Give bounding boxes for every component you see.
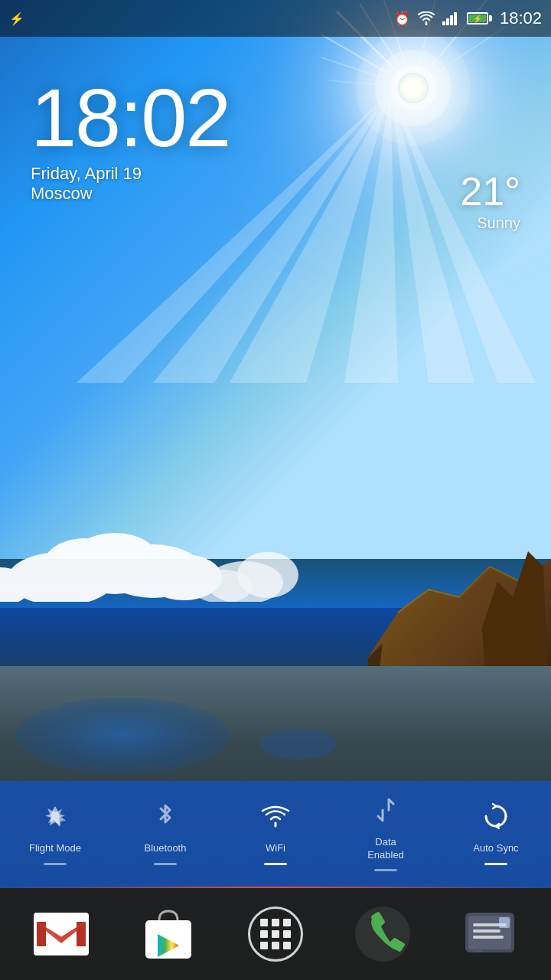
wifi-qs-label: WiFi xyxy=(266,842,285,855)
battery-icon: ⚡ xyxy=(467,12,492,24)
dot-2 xyxy=(272,919,279,926)
alarm-icon: ⏰ xyxy=(394,11,410,27)
weather-widget: 21° Sunny xyxy=(460,168,520,232)
weather-condition: Sunny xyxy=(460,214,520,232)
clock-city: Moscow xyxy=(31,184,230,204)
svg-rect-27 xyxy=(442,21,445,25)
signal-icon xyxy=(442,11,459,25)
dot-3 xyxy=(283,919,291,926)
clock-widget: 18:02 Friday, April 19 Moscow xyxy=(31,77,230,204)
quick-settings-bluetooth[interactable]: Bluetooth xyxy=(110,796,220,865)
wifi-icon xyxy=(418,11,435,25)
svg-rect-29 xyxy=(450,15,453,25)
dot-8 xyxy=(272,942,279,949)
status-bar: ⚡ ⏰ ⚡ 18:02 xyxy=(0,0,551,37)
phone-app-icon[interactable] xyxy=(348,900,417,969)
status-time: 18:02 xyxy=(500,8,542,28)
clock-time: 18:02 xyxy=(31,77,230,159)
quick-settings-wifi[interactable]: WiFi xyxy=(220,796,331,865)
wifi-qs-icon xyxy=(256,796,295,836)
weather-temperature: 21° xyxy=(460,168,520,214)
dot-6 xyxy=(283,930,291,938)
flight-mode-label: Flight Mode xyxy=(29,842,81,855)
quick-settings-data[interactable]: Data Enabled xyxy=(331,790,441,872)
gmail-app-icon[interactable] xyxy=(27,900,96,969)
svg-rect-28 xyxy=(446,18,449,25)
bluetooth-label: Bluetooth xyxy=(145,842,187,855)
svg-rect-41 xyxy=(499,917,510,928)
quick-settings-flight-mode[interactable]: Flight Mode xyxy=(0,796,110,865)
auto-sync-indicator xyxy=(484,863,507,865)
svg-point-26 xyxy=(191,570,253,602)
quick-settings-auto-sync[interactable]: Auto Sync xyxy=(441,796,551,865)
svg-rect-32 xyxy=(37,922,46,946)
flight-mode-indicator xyxy=(44,863,67,865)
svg-rect-33 xyxy=(77,922,86,946)
bluetooth-indicator xyxy=(154,863,177,865)
messaging-app-icon[interactable] xyxy=(455,900,524,969)
usb-icon: ⚡ xyxy=(9,11,24,26)
dot-5 xyxy=(272,930,279,938)
auto-sync-icon xyxy=(476,796,516,836)
bluetooth-icon xyxy=(145,796,185,836)
wifi-indicator xyxy=(264,863,287,865)
quick-settings-bar: Flight Mode Bluetooth WiFi xyxy=(0,781,551,888)
dot-1 xyxy=(260,919,268,926)
auto-sync-label: Auto Sync xyxy=(473,842,518,855)
flight-mode-icon xyxy=(35,796,75,836)
svg-rect-40 xyxy=(473,936,504,939)
app-drawer-button[interactable] xyxy=(241,900,310,969)
svg-rect-30 xyxy=(454,12,457,25)
play-store-icon[interactable] xyxy=(134,900,203,969)
data-indicator xyxy=(374,869,397,871)
svg-rect-39 xyxy=(473,929,500,933)
dot-7 xyxy=(260,942,268,949)
data-icon xyxy=(366,790,406,830)
dot-4 xyxy=(260,930,268,938)
clock-date: Friday, April 19 xyxy=(31,164,230,184)
data-label: Data Enabled xyxy=(367,836,404,862)
dot-9 xyxy=(283,942,291,949)
svg-rect-34 xyxy=(145,920,191,959)
dock xyxy=(0,888,551,980)
